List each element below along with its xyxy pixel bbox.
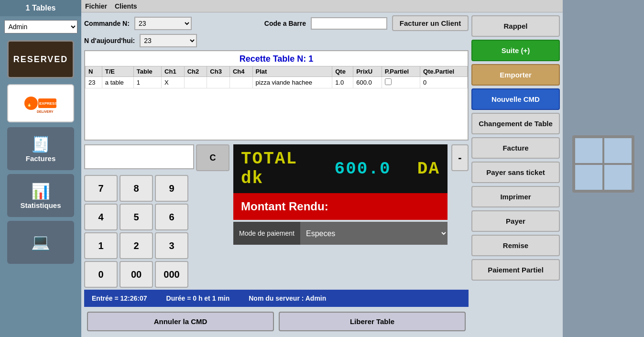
sidebar: 1 Tables Admin RESERVED 🔥 EXPRESS DELIVE… [0, 0, 81, 337]
table-row[interactable]: 23 a table 1 X pizza viande hachee 1.0 6… [86, 77, 468, 88]
btn-0[interactable]: 0 [84, 261, 118, 288]
sidebar-item-factures[interactable]: 🧾 Factures [7, 127, 74, 170]
right-deco-panel [563, 0, 644, 337]
cell-te: a table [102, 77, 133, 88]
numpad-row-2: 4 5 6 [84, 204, 229, 230]
emporter-button[interactable]: Emporter [471, 64, 560, 86]
payer-button[interactable]: Payer [471, 210, 560, 232]
menu-fichier[interactable]: Fichier [85, 2, 107, 10]
menu-clients[interactable]: Clients [115, 2, 137, 10]
col-ch2: Ch2 [184, 66, 207, 77]
minus-button[interactable]: - [451, 144, 469, 171]
col-qte: Qte [332, 66, 353, 77]
suite-button[interactable]: Suite (+) [471, 40, 560, 61]
code-barre-input[interactable] [311, 17, 387, 30]
user-select[interactable]: Admin [4, 20, 77, 33]
numpad-row-1: 7 8 9 [84, 175, 229, 202]
col-table: Table [133, 66, 161, 77]
aujourdhui-label: N d'aujourd'hui: [84, 37, 135, 44]
reserved-card: RESERVED [7, 40, 74, 78]
numpad-display[interactable] [84, 144, 194, 169]
numpad-row-3: 1 2 3 [84, 232, 229, 259]
factures-label: Factures [26, 154, 56, 163]
sidebar-item-computer[interactable]: 💻 [7, 221, 74, 264]
col-plat: Plat [252, 66, 332, 77]
commande-label: Commande N: [84, 20, 130, 27]
order-table: N T/E Table Ch1 Ch2 Ch3 Ch4 Plat Qte Pri… [85, 66, 468, 88]
cell-qtepartiel: 0 [420, 77, 468, 88]
computer-icon: 💻 [31, 233, 50, 251]
cell-qte: 1.0 [332, 77, 353, 88]
btn-2[interactable]: 2 [120, 232, 153, 259]
btn-4[interactable]: 4 [84, 204, 118, 230]
annuler-cmd-button[interactable]: Annuler la CMD [87, 312, 274, 331]
btn-6[interactable]: 6 [155, 204, 188, 230]
content-area: Commande N: 23 Code a Barre Facturer un … [81, 12, 563, 337]
total-label: TOTAL dk [241, 149, 331, 188]
payment-mode-select[interactable]: Especes Carte Cheque [300, 222, 448, 245]
remise-button[interactable]: Remise [471, 235, 560, 256]
total-value: 600.0 [335, 159, 391, 179]
imprimer-button[interactable]: Imprimer [471, 186, 560, 207]
duree: Durée = 0 h et 1 min [166, 294, 230, 302]
bottom-bar: Annuler la CMD Liberer Table [84, 309, 469, 334]
entree-time: Entrée = 12:26:07 [92, 294, 147, 302]
sidebar-item-statistiques[interactable]: 📊 Statistiques [7, 174, 74, 217]
facturer-client-button[interactable]: Facturer un Client [392, 15, 469, 31]
payment-mode-row: Mode de paiement Especes Carte Cheque [233, 222, 448, 245]
btn-8[interactable]: 8 [120, 175, 153, 202]
reserved-label: RESERVED [13, 54, 68, 65]
factures-icon: 🧾 [31, 135, 50, 153]
facture-button[interactable]: Facture [471, 137, 560, 159]
numpad: C 7 8 9 4 5 6 1 2 3 [84, 144, 229, 288]
svg-text:🔥: 🔥 [26, 101, 33, 107]
main-area: Fichier Clients Commande N: 23 Code a Ba… [81, 0, 563, 337]
btn-000[interactable]: 000 [155, 261, 188, 288]
partial-checkbox[interactable] [385, 78, 392, 85]
order-table-area: Recette Table N: 1 N T/E Table Ch1 Ch2 C… [84, 50, 469, 141]
clear-button[interactable]: C [196, 144, 229, 171]
center-panel: Commande N: 23 Code a Barre Facturer un … [84, 15, 469, 334]
btn-1[interactable]: 1 [84, 232, 118, 259]
changement-table-button[interactable]: Changement de Table [471, 113, 560, 134]
status-bar: Entrée = 12:26:07 Durée = 0 h et 1 min N… [84, 290, 469, 307]
total-unit: DA [395, 159, 440, 179]
col-n: N [86, 66, 102, 77]
cell-table: 1 [133, 77, 161, 88]
express-card: 🔥 EXPRESS DELIVERY [7, 84, 74, 122]
commande-select[interactable]: 23 [134, 17, 192, 30]
btn-7[interactable]: 7 [84, 175, 118, 202]
aujourdhui-row: N d'aujourd'hui: 23 [84, 34, 469, 47]
nom-serveur: Nom du serveur : Admin [249, 294, 326, 302]
nouvelle-cmd-button[interactable]: Nouvelle CMD [471, 88, 560, 110]
sidebar-title: 1 Tables [0, 0, 81, 16]
btn-5[interactable]: 5 [120, 204, 153, 230]
btn-3[interactable]: 3 [155, 232, 188, 259]
col-ppartiel: P.Partiel [382, 66, 420, 77]
liberer-table-button[interactable]: Liberer Table [279, 312, 466, 331]
statistiques-label: Statistiques [20, 201, 61, 209]
cell-prixu: 600.0 [353, 77, 382, 88]
col-ch3: Ch3 [207, 66, 230, 77]
cell-ch1: X [162, 77, 185, 88]
cell-ppartiel[interactable] [382, 77, 420, 88]
table-title: Recette Table N: 1 [85, 51, 468, 66]
express-icon: 🔥 EXPRESS DELIVERY [22, 89, 60, 118]
window-decoration [572, 135, 634, 193]
payer-sans-ticket-button[interactable]: Payer sans ticket [471, 162, 560, 183]
btn-9[interactable]: 9 [155, 175, 188, 202]
col-prixu: PrixU [353, 66, 382, 77]
statistiques-icon: 📊 [31, 182, 50, 200]
paiement-partiel-button[interactable]: Paiement Partiel [471, 259, 560, 281]
btn-00[interactable]: 00 [120, 261, 153, 288]
cell-n: 23 [86, 77, 102, 88]
code-barre-label: Code a Barre [264, 20, 306, 27]
order-tbody: 23 a table 1 X pizza viande hachee 1.0 6… [86, 77, 468, 88]
col-qtepartiel: Qte.Partiel [420, 66, 468, 77]
total-display: TOTAL dk 600.0 DA [233, 144, 448, 193]
numpad-area: C 7 8 9 4 5 6 1 2 3 [84, 144, 469, 288]
aujourdhui-select[interactable]: 23 [140, 34, 197, 47]
user-select-wrapper: Admin [4, 20, 77, 33]
payment-mode-label: Mode de paiement [233, 222, 300, 245]
rappel-button[interactable]: Rappel [471, 15, 560, 37]
